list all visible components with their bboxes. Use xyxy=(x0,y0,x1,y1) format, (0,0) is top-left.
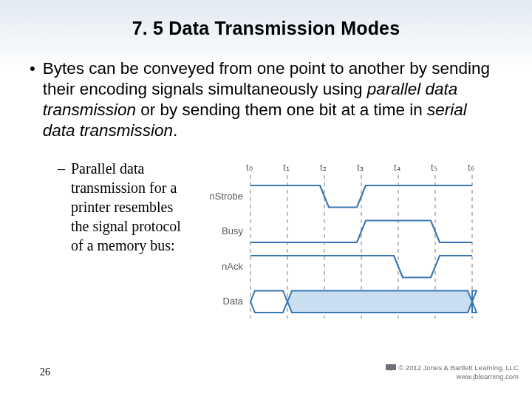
page-number: 26 xyxy=(40,366,50,378)
bullet-seg-2: or by sending them one bit at a time in xyxy=(136,100,427,119)
copyright-line-1: © 2012 Jones & Bartlett Learning, LLC xyxy=(398,364,519,372)
svg-text:t₅: t₅ xyxy=(431,162,437,173)
sub-bullet-marker: – xyxy=(58,159,71,326)
timing-diagram-svg: t₀t₁t₂t₃t₄t₅t₆nStrobeBusynAckData xyxy=(205,160,478,323)
bullet-marker: • xyxy=(30,58,43,141)
svg-marker-21 xyxy=(472,291,477,313)
svg-text:t₃: t₃ xyxy=(357,162,364,173)
svg-text:nStrobe: nStrobe xyxy=(209,191,243,202)
svg-text:t₄: t₄ xyxy=(394,162,400,173)
svg-text:Busy: Busy xyxy=(222,225,243,236)
copyright: © 2012 Jones & Bartlett Learning, LLC ww… xyxy=(385,363,519,381)
lower-row: – Parallel data transmission for a print… xyxy=(58,159,502,326)
svg-text:Data: Data xyxy=(223,296,244,307)
svg-text:nAck: nAck xyxy=(222,261,243,272)
svg-text:t₆: t₆ xyxy=(468,162,474,173)
svg-text:t₀: t₀ xyxy=(246,162,253,173)
svg-marker-18 xyxy=(287,291,472,313)
sub-bullet-text: Parallel data transmission for a printer… xyxy=(71,159,193,326)
book-icon xyxy=(385,363,397,372)
slide: 7. 5 Data Transmission Modes • Bytes can… xyxy=(0,0,532,399)
slide-body: • Bytes can be conveyed from one point t… xyxy=(0,39,532,326)
svg-text:t₁: t₁ xyxy=(283,162,290,173)
timing-diagram: t₀t₁t₂t₃t₄t₅t₆nStrobeBusynAckData xyxy=(205,160,478,326)
svg-marker-19 xyxy=(250,291,287,313)
slide-title: 7. 5 Data Transmission Modes xyxy=(0,0,532,39)
bullet-text: Bytes can be conveyed from one point to … xyxy=(43,58,502,141)
main-bullet: • Bytes can be conveyed from one point t… xyxy=(30,58,502,141)
copyright-line-2: www.jblearning.com xyxy=(457,372,519,381)
svg-text:t₂: t₂ xyxy=(320,162,327,173)
bullet-seg-3: . xyxy=(173,121,177,140)
